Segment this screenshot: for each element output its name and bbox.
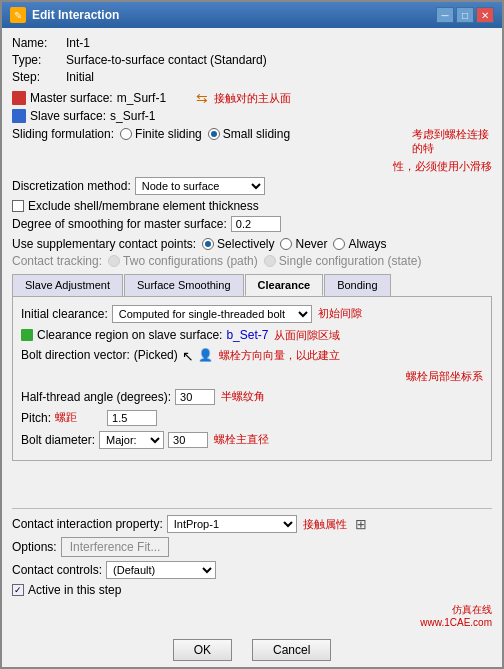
finite-sliding-label: Finite sliding <box>135 127 202 141</box>
sliding-label: Sliding formulation: <box>12 127 114 141</box>
initial-clearance-annotation: 初始间隙 <box>318 306 362 321</box>
pitch-label: Pitch: <box>21 411 51 425</box>
bolt-direction-annotation: 螺栓方向向量，以此建立 <box>219 348 340 363</box>
single-config-indicator <box>264 255 276 267</box>
finite-radio-indicator <box>120 128 132 140</box>
sliding-annotation2: 性，必须使用小滑移 <box>393 159 492 174</box>
name-row: Name: Int-1 <box>12 36 492 50</box>
finite-sliding-radio[interactable]: Finite sliding <box>120 127 202 141</box>
small-sliding-label: Small sliding <box>223 127 290 141</box>
sliding-annotation: 考虑到螺栓连接的特 <box>412 127 492 156</box>
step-value: Initial <box>66 70 94 84</box>
contact-property-label: Contact interaction property: <box>12 517 163 531</box>
contact-property-select[interactable]: IntProp-1 <box>167 515 297 533</box>
never-indicator <box>280 238 292 250</box>
window-icon: ✎ <box>10 7 26 23</box>
smoothing-label: Degree of smoothing for master surface: <box>12 217 227 231</box>
controls-label: Contact controls: <box>12 563 102 577</box>
initial-clearance-label: Initial clearance: <box>21 307 108 321</box>
clearance-region-icon <box>21 329 33 341</box>
selectively-label: Selectively <box>217 237 274 251</box>
never-radio[interactable]: Never <box>280 237 327 251</box>
edit-interaction-window: ✎ Edit Interaction ─ □ ✕ Name: Int-1 Typ… <box>0 0 504 669</box>
exclude-label: Exclude shell/membrane element thickness <box>28 199 259 213</box>
clearance-region-value: b_Set-7 <box>226 328 268 342</box>
master-value: m_Surf-1 <box>117 91 166 105</box>
ok-button[interactable]: OK <box>173 639 232 661</box>
window-title: Edit Interaction <box>32 8 119 22</box>
tab-clearance[interactable]: Clearance <box>245 274 324 296</box>
master-label: Master surface: <box>30 91 113 105</box>
type-value: Surface-to-surface contact (Standard) <box>66 53 267 67</box>
options-label: Options: <box>12 540 57 554</box>
tab-slave-adjustment[interactable]: Slave Adjustment <box>12 274 123 296</box>
clearance-region-annotation: 从面间隙区域 <box>274 328 340 343</box>
tab-bonding[interactable]: Bonding <box>324 274 390 296</box>
tracking-label: Contact tracking: <box>12 254 102 268</box>
titlebar: ✎ Edit Interaction ─ □ ✕ <box>2 2 502 28</box>
tabs: Slave Adjustment Surface Smoothing Clear… <box>12 274 492 296</box>
bolt-diameter-label: Bolt diameter: <box>21 433 95 447</box>
discretization-select[interactable]: Node to surface <box>135 177 265 195</box>
always-label: Always <box>348 237 386 251</box>
active-label: Active in this step <box>28 583 121 597</box>
smoothing-input[interactable] <box>231 216 281 232</box>
cancel-button[interactable]: Cancel <box>252 639 331 661</box>
slave-value: s_Surf-1 <box>110 109 155 123</box>
bolt-direction-label: Bolt direction vector: <box>21 348 130 362</box>
small-radio-indicator <box>208 128 220 140</box>
pitch-annotation: 螺距 <box>55 410 77 425</box>
always-radio[interactable]: Always <box>333 237 386 251</box>
active-checkbox[interactable]: ✓ <box>12 584 24 596</box>
clearance-region-label: Clearance region on slave surface: <box>37 328 222 342</box>
two-config-radio: Two configurations (path) <box>108 254 258 268</box>
titlebar-controls: ─ □ ✕ <box>436 7 494 23</box>
smoothing-row: Degree of smoothing for master surface: <box>12 216 492 232</box>
small-sliding-radio[interactable]: Small sliding <box>208 127 290 141</box>
always-indicator <box>333 238 345 250</box>
minimize-button[interactable]: ─ <box>436 7 454 23</box>
bottom-section: Contact interaction property: IntProp-1 … <box>2 498 502 667</box>
controls-select[interactable]: (Default) <box>106 561 216 579</box>
main-content: Name: Int-1 Type: Surface-to-surface con… <box>2 28 502 498</box>
contact-property-annotation: 接触属性 <box>303 517 347 532</box>
type-row: Type: Surface-to-surface contact (Standa… <box>12 53 492 67</box>
discretization-label: Discretization method: <box>12 179 131 193</box>
half-thread-input[interactable] <box>175 389 215 405</box>
bolt-diameter-input[interactable] <box>168 432 208 448</box>
property-expand-icon[interactable]: ⊞ <box>355 516 367 532</box>
name-value: Int-1 <box>66 36 90 50</box>
half-thread-annotation: 半螺纹角 <box>221 389 265 404</box>
bolt-direction-value: (Picked) <box>134 348 178 362</box>
step-label: Step: <box>12 70 62 84</box>
maximize-button[interactable]: □ <box>456 7 474 23</box>
slave-label: Slave surface: <box>30 109 106 123</box>
master-arrow-icon: ⇆ <box>196 90 208 106</box>
discretization-row: Discretization method: Node to surface <box>12 177 492 195</box>
bolt-diameter-select[interactable]: Major: <box>99 431 164 449</box>
step-row: Step: Initial <box>12 70 492 84</box>
close-button[interactable]: ✕ <box>476 7 494 23</box>
options-button[interactable]: Interference Fit... <box>61 537 170 557</box>
tab-surface-smoothing[interactable]: Surface Smoothing <box>124 274 244 296</box>
watermark: 仿真在线www.1CAE.com <box>420 603 492 629</box>
button-row: OK Cancel <box>12 633 492 667</box>
slave-icon <box>12 109 26 123</box>
selectively-radio[interactable]: Selectively <box>202 237 274 251</box>
clearance-tab-content: Initial clearance: Computed for single-t… <box>12 296 492 461</box>
exclude-checkbox[interactable] <box>12 200 24 212</box>
type-label: Type: <box>12 53 62 67</box>
person-icon: 👤 <box>198 348 213 362</box>
initial-clearance-select[interactable]: Computed for single-threaded bolt <box>112 305 312 323</box>
supplementary-label: Use supplementary contact points: <box>12 237 196 251</box>
never-label: Never <box>295 237 327 251</box>
master-icon <box>12 91 26 105</box>
two-config-indicator <box>108 255 120 267</box>
single-config-radio: Single configuration (state) <box>264 254 422 268</box>
single-config-label: Single configuration (state) <box>279 254 422 268</box>
cursor-icon[interactable]: ↖ <box>182 348 194 364</box>
pitch-input[interactable] <box>107 410 157 426</box>
two-config-label: Two configurations (path) <box>123 254 258 268</box>
half-thread-label: Half-thread angle (degrees): <box>21 390 171 404</box>
bolt-diameter-annotation: 螺栓主直径 <box>214 432 269 447</box>
